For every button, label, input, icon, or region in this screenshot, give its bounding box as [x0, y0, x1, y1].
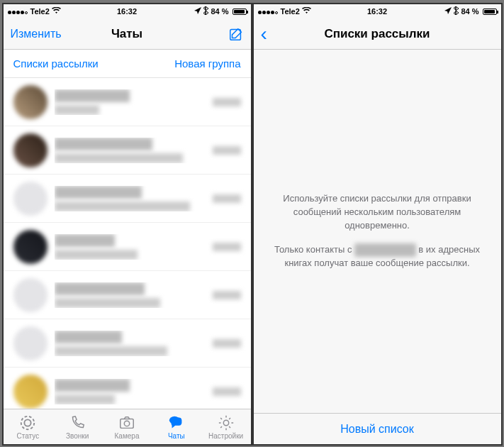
screen-chats: Tele2 16:32 84 % Изменить Чаты [4, 4, 251, 444]
svg-point-1 [21, 416, 34, 429]
new-list-button[interactable]: Новый список [254, 413, 501, 444]
svg-point-2 [25, 419, 31, 426]
tab-settings[interactable]: Настройки [201, 409, 251, 444]
signal-dots [258, 7, 279, 16]
status-bar: Tele2 16:32 84 % [254, 4, 501, 18]
screen-broadcast-lists: Tele2 16:32 84 % ‹ Списки рассылки Испол… [254, 4, 501, 444]
svg-point-4 [124, 421, 129, 426]
battery-pct: 84 % [461, 7, 478, 16]
chat-row[interactable] [4, 126, 251, 175]
tab-status[interactable]: Статус [4, 409, 53, 444]
chat-row[interactable] [4, 271, 251, 319]
camera-icon [118, 414, 136, 431]
tab-label: Чаты [168, 432, 185, 440]
redacted-number: XXXXXXXXXX [354, 243, 416, 257]
edit-button[interactable]: Изменить [11, 28, 62, 40]
tab-label: Звонки [66, 432, 89, 440]
chat-row[interactable] [4, 78, 251, 126]
tab-chats[interactable]: Чаты [152, 409, 201, 444]
svg-rect-3 [121, 419, 133, 428]
tab-label: Статус [17, 432, 40, 440]
empty-text-1: Используйте списки рассылки для отправки… [272, 192, 483, 233]
wifi-icon [302, 7, 311, 16]
tab-camera[interactable]: Камера [102, 409, 152, 444]
carrier-label: Tele2 [281, 7, 300, 16]
chats-icon [167, 414, 186, 431]
nav-bar: ‹ Списки рассылки [254, 18, 501, 50]
location-arrow-icon [194, 7, 201, 16]
status-icon [18, 414, 37, 431]
tab-label: Камера [115, 432, 140, 440]
compose-button[interactable] [228, 26, 244, 42]
chat-row[interactable] [4, 175, 251, 223]
nav-bar: Изменить Чаты [4, 18, 251, 50]
gear-icon [217, 414, 235, 431]
svg-point-6 [223, 420, 228, 425]
page-title: Списки рассылки [324, 27, 430, 41]
page-title: Чаты [111, 27, 142, 41]
signal-dots [8, 7, 28, 16]
sub-options-row: Списки рассылки Новая группа [4, 50, 251, 78]
battery-icon [481, 9, 497, 15]
empty-state: Используйте списки рассылки для отправки… [254, 50, 501, 413]
tab-calls[interactable]: Звонки [52, 409, 102, 444]
broadcast-lists-link[interactable]: Списки рассылки [13, 57, 99, 70]
chat-row[interactable] [4, 223, 251, 271]
tab-bar: Статус Звонки Камера Чаты Настройки [4, 409, 251, 444]
location-arrow-icon [444, 7, 452, 16]
chat-row[interactable] [4, 319, 251, 368]
carrier-label: Tele2 [30, 7, 50, 16]
empty-text-2: Только контакты с XXXXXXXXXX в их адресн… [272, 243, 483, 270]
tab-label: Настройки [208, 432, 243, 440]
bluetooth-icon [454, 6, 459, 16]
status-time: 16:32 [117, 7, 137, 16]
battery-pct: 84 % [211, 7, 228, 16]
status-time: 16:32 [367, 7, 387, 16]
svg-point-5 [169, 416, 180, 424]
status-bar: Tele2 16:32 84 % [4, 4, 251, 18]
new-group-link[interactable]: Новая группа [174, 57, 240, 70]
phone-icon [68, 414, 86, 431]
bluetooth-icon [203, 6, 208, 16]
chevron-left-icon: ‹ [261, 24, 267, 44]
wifi-icon [52, 7, 61, 16]
back-button[interactable]: ‹ [261, 24, 267, 44]
chat-list[interactable] [4, 78, 251, 409]
chat-row[interactable] [4, 368, 251, 409]
battery-icon [231, 9, 247, 15]
